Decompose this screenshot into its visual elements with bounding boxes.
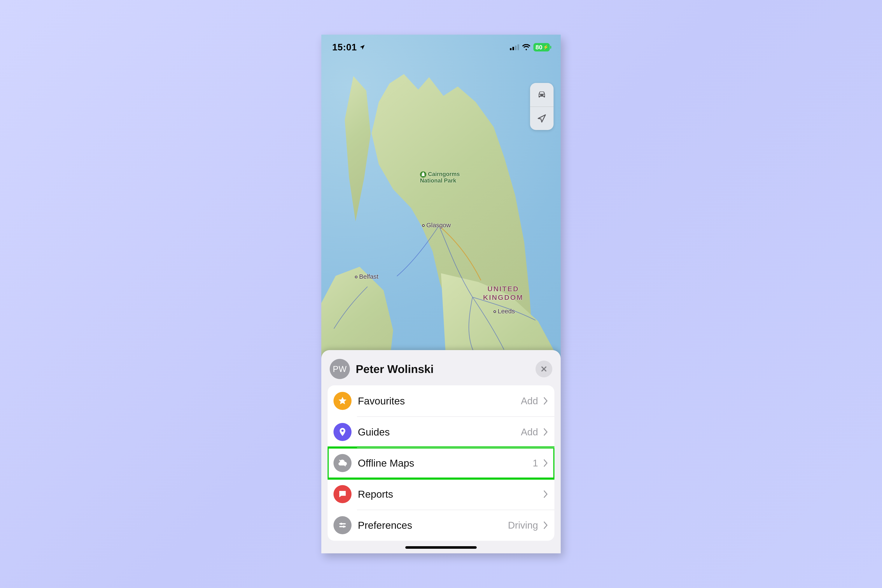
- map-label-uk: UNITED KINGDOM: [483, 285, 524, 302]
- city-dot-icon: [494, 310, 496, 313]
- svg-rect-2: [339, 523, 346, 524]
- user-name: Peter Wolinski: [356, 363, 434, 375]
- bolt-icon: ⚡: [543, 45, 549, 50]
- driving-mode-button[interactable]: [530, 83, 554, 106]
- menu-row-guides[interactable]: Guides Add: [328, 416, 554, 447]
- star-icon: [333, 392, 351, 410]
- menu-row-offline-maps[interactable]: Offline Maps 1: [328, 447, 554, 478]
- chevron-right-icon: [543, 520, 549, 530]
- close-icon: [540, 365, 548, 373]
- car-icon: [536, 89, 547, 100]
- map-label-glasgow[interactable]: Glasgow: [422, 222, 451, 229]
- row-tail-text: 1: [532, 458, 538, 469]
- row-label: Favourites: [358, 395, 405, 407]
- battery-indicator: 80⚡: [533, 43, 550, 51]
- map-label-text: Leeds: [498, 308, 515, 315]
- chevron-right-icon: [543, 428, 549, 436]
- map-label-text: Belfast: [359, 273, 378, 280]
- row-label: Offline Maps: [358, 458, 414, 469]
- map-label-text: Glasgow: [426, 222, 451, 228]
- close-button[interactable]: [536, 361, 552, 377]
- svg-point-5: [343, 526, 345, 528]
- row-label: Preferences: [358, 519, 412, 531]
- tree-icon: [420, 171, 426, 178]
- row-tail-text: Driving: [508, 519, 538, 531]
- sheet-header: PW Peter Wolinski: [328, 358, 554, 386]
- map-label-leeds[interactable]: Leeds: [494, 308, 515, 315]
- menu-row-preferences[interactable]: Preferences Driving: [328, 510, 554, 541]
- alert-icon: [333, 485, 351, 503]
- map-controls: [530, 83, 554, 130]
- location-arrow-icon: [536, 113, 547, 124]
- svg-rect-0: [342, 492, 343, 494]
- sliders-icon: [333, 516, 351, 534]
- chevron-right-icon: [543, 396, 549, 405]
- menu-list: Favourites Add Guides Add: [328, 386, 554, 541]
- chevron-right-icon: [543, 489, 549, 499]
- wifi-icon: [522, 44, 531, 50]
- avatar[interactable]: PW: [330, 359, 350, 379]
- locate-me-button[interactable]: [530, 106, 554, 130]
- svg-rect-1: [342, 495, 343, 495]
- row-label: Reports: [358, 489, 393, 500]
- profile-sheet: PW Peter Wolinski Favourites Add: [321, 350, 561, 554]
- menu-row-favourites[interactable]: Favourites Add: [328, 386, 554, 416]
- city-dot-icon: [355, 276, 357, 278]
- status-bar: 15:01 80⚡: [321, 34, 561, 60]
- row-label: Guides: [358, 426, 390, 438]
- map-label-cairngorms[interactable]: Cairngorms National Park: [420, 171, 460, 184]
- row-tail-text: Add: [521, 426, 538, 438]
- location-arrow-icon: [359, 44, 365, 50]
- chevron-right-icon: [543, 458, 549, 468]
- svg-rect-3: [339, 526, 346, 527]
- status-time: 15:01: [332, 42, 365, 52]
- pin-icon: [333, 423, 351, 441]
- cell-signal-icon: [510, 44, 519, 50]
- city-dot-icon: [422, 224, 424, 227]
- home-indicator[interactable]: [405, 546, 477, 549]
- row-tail-text: Add: [521, 395, 538, 406]
- map-label-belfast[interactable]: Belfast: [355, 273, 378, 280]
- svg-point-4: [340, 523, 342, 525]
- phone-frame: Cairngorms National Park Glasgow Belfast…: [321, 34, 561, 554]
- menu-row-reports[interactable]: Reports: [328, 478, 554, 510]
- cloud-off-icon: [333, 454, 351, 472]
